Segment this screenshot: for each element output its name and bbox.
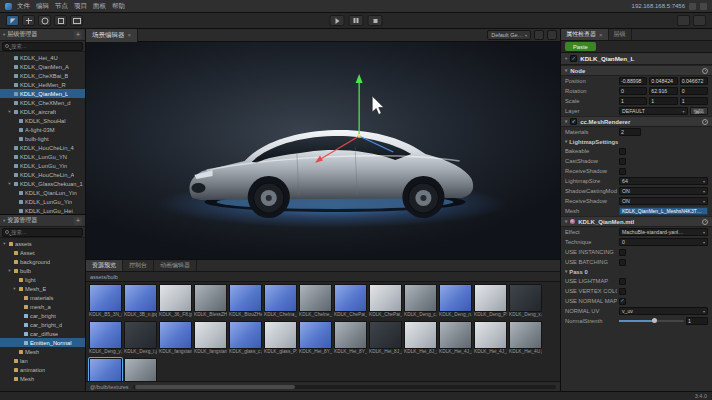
gear-icon[interactable] xyxy=(702,219,708,225)
viewport-3d[interactable] xyxy=(86,42,560,259)
asset-thumbnail[interactable]: KDLK_Hei_8J_PSB.jpg xyxy=(404,321,437,356)
asset-tree-item[interactable]: Asset xyxy=(0,248,85,257)
grid-toggle-button[interactable] xyxy=(534,30,544,40)
castshadow-checkbox[interactable] xyxy=(619,158,626,165)
layer-dropdown[interactable]: DEFAULT ▾ xyxy=(619,107,688,115)
use-vertex-color-checkbox[interactable] xyxy=(619,288,626,295)
layer-edit-button[interactable]: 编辑 xyxy=(690,107,708,115)
normal-strength-slider[interactable] xyxy=(619,317,684,325)
hierarchy-node[interactable]: KDLK_QianMen_A xyxy=(0,62,85,71)
slider-knob[interactable] xyxy=(652,318,657,323)
position-y-field[interactable]: 0.048424 xyxy=(649,77,677,85)
tab-console[interactable]: 控制台 xyxy=(123,260,154,271)
tab-inspector[interactable]: 属性检查器 × xyxy=(561,29,609,40)
asset-thumbnail[interactable]: KDLK_BlessZHe_c.jpg xyxy=(194,284,227,319)
asset-tree-item[interactable]: car_bright xyxy=(0,311,85,320)
asset-thumbnail[interactable]: KDLK_Hei_8J_c.jpg xyxy=(369,321,402,356)
asset-tree-item[interactable]: ▾bulb xyxy=(0,266,85,275)
asset-thumbnail[interactable]: KDLK_Chelne_A-3.jpg xyxy=(299,284,332,319)
use-lightmap-checkbox[interactable] xyxy=(619,278,626,285)
select-tool-button[interactable] xyxy=(6,15,19,26)
asset-tree-item[interactable]: car_bright_d xyxy=(0,320,85,329)
assets-search-input[interactable]: 搜索... xyxy=(2,228,83,237)
asset-tree-item[interactable]: Mesh xyxy=(0,347,85,356)
asset-tree-item[interactable]: light xyxy=(0,275,85,284)
browser-preview-icon[interactable] xyxy=(689,3,696,10)
mesh-renderer-header[interactable]: ▾ cc.MeshRenderer xyxy=(561,116,712,127)
asset-thumbnail[interactable]: KDLK_Deng_m.jpg xyxy=(89,358,122,381)
receive-shadow-dropdown[interactable]: ON ▾ xyxy=(619,197,708,205)
asset-thumbnail[interactable]: KDLK_Hei_8Y_PSB.jpg xyxy=(334,321,367,356)
asset-tree-item[interactable]: background xyxy=(0,257,85,266)
normal-strength-field[interactable]: 1 xyxy=(686,317,708,325)
pause-button[interactable] xyxy=(349,15,364,26)
technique-dropdown[interactable]: 0 ▾ xyxy=(619,238,708,246)
hierarchy-node[interactable]: KDLK_LunGu_YN xyxy=(0,152,85,161)
asset-thumbnail[interactable]: KDLK_Deng_PSB.jpg xyxy=(474,284,507,319)
menu-item[interactable]: 节点 xyxy=(55,2,68,11)
hierarchy-node[interactable]: ▾KDLK_aircraft xyxy=(0,107,85,116)
asset-thumbnail[interactable]: KDLK_fangxianpan_n.jpg xyxy=(194,321,227,356)
scale-z-field[interactable]: 1 xyxy=(680,97,708,105)
tab-scene-editor[interactable]: 场景编辑器 × xyxy=(86,29,138,42)
hierarchy-node[interactable]: KDLK_ShouHal xyxy=(0,116,85,125)
hierarchy-node[interactable]: A-light-03M xyxy=(0,125,85,134)
rect-tool-button[interactable] xyxy=(70,15,83,26)
asset-tree-item[interactable]: animation xyxy=(0,365,85,374)
preferences-button[interactable] xyxy=(693,15,706,26)
asset-tree-item[interactable]: mesh_a xyxy=(0,302,85,311)
asset-thumbnail[interactable]: KDLK_Deng_n.jpg xyxy=(439,284,472,319)
scale-y-field[interactable]: 1 xyxy=(649,97,677,105)
effect-dropdown[interactable]: MachuBle-standard-yanl… ▾ xyxy=(619,228,708,236)
horizontal-scrollbar[interactable] xyxy=(133,385,556,389)
gear-icon[interactable] xyxy=(702,68,708,74)
hierarchy-node[interactable]: KDLK_LunGu_Yin xyxy=(0,161,85,170)
hierarchy-node[interactable]: KDLK_HouCheLin_4 xyxy=(0,143,85,152)
scrollbar-thumb[interactable] xyxy=(135,385,296,389)
asset-tree-item[interactable]: ▾assets xyxy=(0,239,85,248)
view-mode-dropdown[interactable]: Default Ge… ▾ xyxy=(487,30,531,40)
asset-thumbnail[interactable]: KDLK_B5_3N_n.jpg xyxy=(89,284,122,319)
menu-item[interactable]: 面板 xyxy=(93,2,106,11)
bakeable-checkbox[interactable] xyxy=(619,148,626,155)
move-tool-button[interactable] xyxy=(22,15,35,26)
hierarchy-node[interactable]: KDLK_LunGu_Yin xyxy=(0,197,85,206)
rotation-y-field[interactable]: 62.916 xyxy=(649,87,677,95)
caret-down-icon[interactable]: ▾ xyxy=(565,56,567,61)
scale-x-field[interactable]: 1 xyxy=(619,97,647,105)
layout-button[interactable] xyxy=(677,15,690,26)
asset-thumbnail[interactable]: KDLK_Deng_x.jpg xyxy=(509,284,542,319)
node-section-header[interactable]: ▾ Node xyxy=(561,65,712,76)
tab-hierarchy-secondary[interactable]: 层级 xyxy=(609,29,632,40)
asset-thumbnail[interactable]: KDLK_fangxiangpan_c.jpg xyxy=(159,321,192,356)
hierarchy-node[interactable]: KDLK_Hei_4U xyxy=(0,53,85,62)
hierarchy-node[interactable]: KDLK_QianLun_Yin xyxy=(0,188,85,197)
asset-thumbnail[interactable]: KDLK_Hei_4J_c.jpg xyxy=(439,321,472,356)
asset-tree-item[interactable]: Mesh xyxy=(0,374,85,383)
lightmap-size-dropdown[interactable]: 64 ▾ xyxy=(619,177,708,185)
asset-thumbnail[interactable]: KDLK_ChePai_PSB.jpg xyxy=(369,284,402,319)
menu-item[interactable]: 文件 xyxy=(17,2,30,11)
rotation-z-field[interactable]: 0 xyxy=(680,87,708,95)
create-asset-button[interactable]: + xyxy=(74,217,82,225)
normal-uv-dropdown[interactable]: v_uv ▾ xyxy=(619,307,708,315)
asset-thumbnail[interactable]: KDLK_36_F8.jpg xyxy=(159,284,192,319)
tab-animation-editor[interactable]: 动画编辑器 xyxy=(154,260,197,271)
camera-settings-button[interactable] xyxy=(547,30,557,40)
asset-tree-item[interactable]: car_diffuse xyxy=(0,329,85,338)
pass-header[interactable]: ▾ Pass 0 xyxy=(561,267,712,276)
asset-thumbnail[interactable]: KDLK_Hei_2.jpg xyxy=(124,358,157,381)
asset-thumbnail[interactable]: KDLK_Hei_4J_PSB.jpg xyxy=(474,321,507,356)
menu-item[interactable]: 帮助 xyxy=(112,2,125,11)
asset-thumbnail[interactable]: KDLK_glass_c.jpg xyxy=(229,321,262,356)
asset-thumbnail[interactable]: KDLK_Deng_c.jpg xyxy=(404,284,437,319)
use-batching-checkbox[interactable] xyxy=(619,259,626,266)
close-icon[interactable]: × xyxy=(599,32,603,38)
hierarchy-node[interactable]: KDLK_LunGu_Hei xyxy=(0,206,85,214)
hierarchy-node[interactable]: KDLK_HeiMen_R xyxy=(0,80,85,89)
receiveshadow-checkbox[interactable] xyxy=(619,168,626,175)
shadow-casting-dropdown[interactable]: ON ▾ xyxy=(619,187,708,195)
create-node-button[interactable]: + xyxy=(74,31,82,39)
caret-down-icon[interactable]: ▾ xyxy=(2,241,7,246)
tab-asset-preview[interactable]: 资源预览 xyxy=(86,260,123,271)
